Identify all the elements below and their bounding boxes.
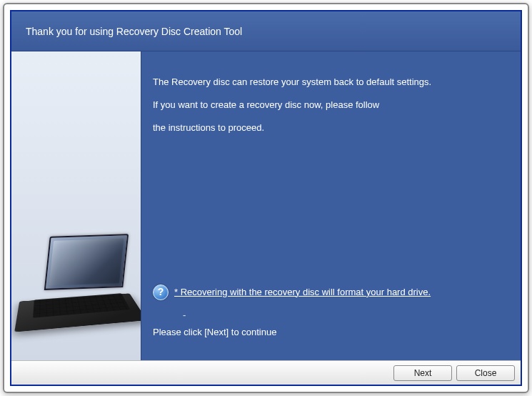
content-area: The Recovery disc can restore your syste… <box>141 51 521 360</box>
warning-link[interactable]: * Recovering with the recovery disc will… <box>174 286 431 299</box>
dash-text: - <box>183 309 502 322</box>
help-icon: ? <box>153 284 169 300</box>
intro-line-2: If you want to create a recovery disc no… <box>153 99 502 112</box>
warning-row: ? * Recovering with the recovery disc wi… <box>153 284 502 300</box>
header-title: Thank you for using Recovery Disc Creati… <box>26 26 242 37</box>
wizard-panel: Thank you for using Recovery Disc Creati… <box>10 10 522 386</box>
close-button[interactable]: Close <box>456 365 515 381</box>
continue-text: Please click [Next] to continue <box>153 326 502 339</box>
intro-line-1: The Recovery disc can restore your syste… <box>153 76 502 89</box>
next-button[interactable]: Next <box>393 365 452 381</box>
body-area: The Recovery disc can restore your syste… <box>11 51 521 360</box>
laptop-screen <box>44 234 129 290</box>
footer-bar: Next Close <box>11 360 521 385</box>
sidebar-image <box>11 51 141 360</box>
intro-line-3: the instructions to proceed. <box>153 122 502 134</box>
help-glyph: ? <box>158 285 164 300</box>
laptop-illustration <box>19 235 140 335</box>
header-bar: Thank you for using Recovery Disc Creati… <box>11 11 521 51</box>
window-frame: Thank you for using Recovery Disc Creati… <box>3 3 529 393</box>
